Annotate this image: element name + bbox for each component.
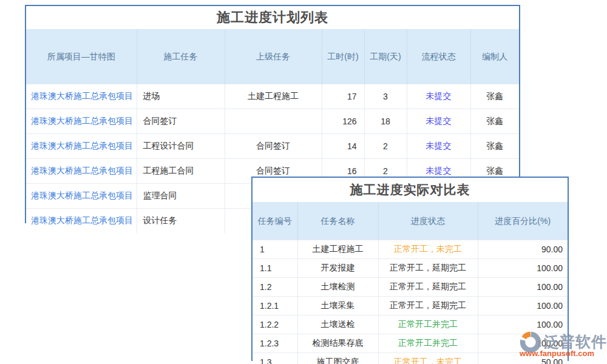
task-cell: 监理合同 (137, 184, 225, 209)
progress-percent-cell: 100.00 (478, 259, 568, 278)
plan-table-row: 港珠澳大桥施工总承包项目进场土建工程施工173未提交张鑫 (26, 84, 519, 109)
progress-status-cell: 正常开工，延期完工 (378, 259, 478, 278)
hours-cell: 14 (322, 134, 364, 159)
parent-task-cell (225, 109, 322, 134)
compare-column-header: 进度状态 (378, 202, 478, 240)
workflow-status-link[interactable]: 未提交 (407, 134, 470, 159)
task-name-cell: 检测结果存底 (297, 334, 378, 353)
progress-percent-cell: 100.00 (478, 334, 568, 353)
compare-table-row: 1.2.1土壤采集正常开工，延期完工100.00 (253, 297, 568, 315)
task-number-cell: 1.1 (253, 259, 297, 278)
plan-table-header-row: 所属项目—甘特图施工任务上级任务工时(时)工期(天)流程状态编制人 (26, 29, 519, 84)
plan-column-header: 工期(天) (364, 29, 407, 84)
parent-task-cell: 土建工程施工 (225, 84, 322, 109)
progress-status-cell: 正常开工，未完工 (378, 353, 478, 364)
progress-percent-cell: 100.00 (478, 315, 568, 334)
compare-table-row: 1.1开发报建正常开工，延期完工100.00 (253, 259, 568, 278)
days-cell: 18 (364, 109, 407, 134)
days-cell: 3 (364, 84, 407, 109)
hours-cell: 17 (322, 84, 364, 109)
task-number-cell: 1.2.2 (253, 315, 297, 334)
days-cell: 2 (364, 134, 407, 159)
task-name-cell: 土壤送检 (297, 315, 378, 334)
compare-column-header: 任务名称 (297, 202, 378, 240)
workflow-status-link[interactable]: 未提交 (407, 84, 470, 109)
compare-table-row: 1.2.3检测结果存底正常开工并完工100.00 (253, 334, 568, 353)
plan-column-header: 施工任务 (137, 29, 225, 84)
progress-status-cell: 正常开工并完工 (378, 334, 478, 353)
project-link[interactable]: 港珠澳大桥施工总承包项目 (26, 184, 137, 209)
task-cell: 工程施工合同 (137, 159, 225, 184)
progress-percent-cell: 100.00 (478, 278, 568, 297)
compare-table-row: 1.2.2土壤送检正常开工并完工100.00 (253, 315, 568, 334)
progress-status-cell: 正常开工并完工 (378, 315, 478, 334)
task-number-cell: 1.2.1 (253, 297, 297, 315)
task-cell: 工程设计合同 (137, 134, 225, 159)
plan-table-title: 施工进度计划列表 (26, 6, 519, 29)
compare-table: 任务编号任务名称进度状态进度百分比(%) 1土建工程施工正常开工，未完工90.0… (253, 202, 568, 364)
plan-column-header: 工时(时) (322, 29, 364, 84)
task-name-cell: 土壤检测 (297, 278, 378, 297)
project-link[interactable]: 港珠澳大桥施工总承包项目 (26, 84, 137, 109)
task-name-cell: 土壤采集 (297, 297, 378, 315)
plan-table-row: 港珠澳大桥施工总承包项目工程设计合同合同签订142未提交张鑫 (26, 134, 519, 159)
task-number-cell: 1.2 (253, 278, 297, 297)
author-cell: 张鑫 (470, 109, 519, 134)
compare-table-header-row: 任务编号任务名称进度状态进度百分比(%) (253, 202, 568, 240)
hours-cell: 126 (322, 109, 364, 134)
task-name-cell: 土建工程施工 (297, 240, 378, 259)
project-link[interactable]: 港珠澳大桥施工总承包项目 (26, 134, 137, 159)
progress-percent-cell: 50.00 (478, 353, 568, 364)
parent-task-cell: 合同签订 (225, 134, 322, 159)
compare-table-row: 1土建工程施工正常开工，未完工90.00 (253, 240, 568, 259)
compare-column-header: 进度百分比(%) (478, 202, 568, 240)
task-cell: 设计任务 (137, 209, 225, 234)
compare-column-header: 任务编号 (253, 202, 297, 240)
task-name-cell: 开发报建 (297, 259, 378, 278)
project-link[interactable]: 港珠澳大桥施工总承包项目 (26, 159, 137, 184)
task-number-cell: 1 (253, 240, 297, 259)
task-cell: 进场 (137, 84, 225, 109)
compare-table-title: 施工进度实际对比表 (253, 178, 568, 202)
progress-status-cell: 正常开工，延期完工 (378, 278, 478, 297)
task-number-cell: 1.2.3 (253, 334, 297, 353)
plan-column-header: 流程状态 (407, 29, 470, 84)
author-cell: 张鑫 (470, 134, 519, 159)
compare-table-row: 1.3施工图交底正常开工，未完工50.00 (253, 353, 568, 364)
progress-status-cell: 正常开工，延期完工 (378, 297, 478, 315)
plan-table-row: 港珠澳大桥施工总承包项目合同签订12618未提交张鑫 (26, 109, 519, 134)
project-link[interactable]: 港珠澳大桥施工总承包项目 (26, 209, 137, 234)
plan-column-header: 编制人 (470, 29, 519, 84)
plan-column-header: 上级任务 (225, 29, 322, 84)
project-link[interactable]: 港珠澳大桥施工总承包项目 (26, 109, 137, 134)
progress-percent-cell: 100.00 (478, 297, 568, 315)
author-cell: 张鑫 (470, 84, 519, 109)
plan-column-header: 所属项目—甘特图 (26, 29, 137, 84)
workflow-status-link[interactable]: 未提交 (407, 109, 470, 134)
compare-table-panel: 施工进度实际对比表 任务编号任务名称进度状态进度百分比(%) 1土建工程施工正常… (251, 177, 569, 361)
task-name-cell: 施工图交底 (297, 353, 378, 364)
progress-status-cell: 正常开工，未完工 (378, 240, 478, 259)
task-number-cell: 1.3 (253, 353, 297, 364)
progress-percent-cell: 90.00 (478, 240, 568, 259)
compare-table-row: 1.2土壤检测正常开工，延期完工100.00 (253, 278, 568, 297)
task-cell: 合同签订 (137, 109, 225, 134)
